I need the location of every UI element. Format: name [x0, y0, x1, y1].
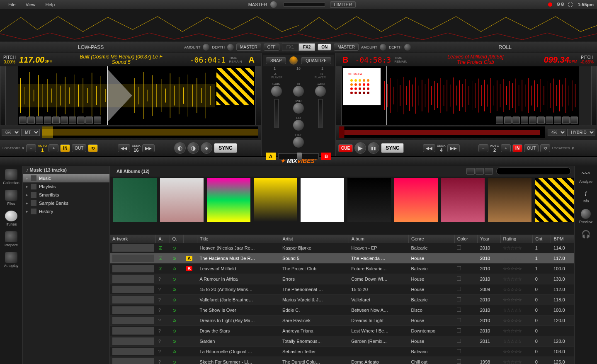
deck-b-loop-in-button[interactable]: IN [512, 144, 522, 152]
deck-b-minus-button[interactable]: − [478, 144, 488, 152]
deck-b-tool-7[interactable] [546, 116, 553, 124]
rail-info[interactable]: iInfo [582, 189, 589, 203]
track-row[interactable]: ?☺15 to 20 (Anthony Mans…The Phenomenal … [110, 284, 574, 295]
rating-cell[interactable]: ☆☆☆☆☆ [500, 243, 533, 253]
color-cell[interactable] [454, 295, 477, 305]
track-row[interactable]: ?☺La Ritournelle (Original …Sebastien Te… [110, 347, 574, 357]
deck-a-pitch-range[interactable]: 6% [2, 129, 20, 136]
fx1-effect-name[interactable]: LOW-PASS [0, 44, 182, 50]
tree-item-history[interactable]: ▸History [23, 207, 109, 216]
gain-b-knob[interactable] [315, 86, 326, 97]
album-cover-8[interactable] [488, 178, 531, 222]
album-cover-0[interactable] [113, 178, 157, 222]
rating-cell[interactable]: ☆☆☆☆☆ [500, 284, 533, 295]
deck-b-tool-8[interactable] [554, 116, 561, 124]
rating-cell[interactable]: ☆☆☆☆☆ [500, 295, 533, 305]
deck-a-tool-6[interactable] [61, 116, 68, 124]
rating-cell[interactable]: ☆☆☆☆☆ [500, 315, 533, 326]
album-cover-9[interactable] [535, 178, 574, 222]
rating-cell[interactable]: ☆☆☆☆☆ [500, 305, 533, 315]
tree-item-music[interactable]: ▸Music [23, 174, 109, 182]
rating-cell[interactable]: ☆☆☆☆☆ [500, 274, 533, 284]
deck-a-tool-9[interactable] [85, 116, 93, 124]
deck-b-loop-toggle[interactable]: ⟲ [540, 144, 550, 152]
column-header-color[interactable]: Color [454, 235, 477, 243]
track-row[interactable]: ?☺A Rumour In AfricaErrorsCome Down Wi…H… [110, 274, 574, 284]
deck-b-tool-9[interactable] [562, 116, 570, 124]
deck-b-pitch-slider-right[interactable] [591, 66, 597, 125]
column-header-cnt[interactable]: Cnt [533, 235, 551, 243]
rating-cell[interactable]: ☆☆☆☆☆ [500, 264, 533, 274]
fx1-off-button[interactable]: OFF [264, 44, 279, 51]
deck-b-waveform[interactable] [382, 66, 579, 125]
color-cell[interactable] [454, 357, 477, 364]
track-row[interactable]: ?☺Vallefaret (Jarle Braathe…Marius Vårei… [110, 295, 574, 305]
rating-cell[interactable]: ☆☆☆☆☆ [500, 326, 533, 336]
deck-b-tool-2[interactable] [504, 116, 512, 124]
rating-cell[interactable]: ☆☆☆☆☆ [500, 336, 533, 347]
limiter-button[interactable]: LIMITER [330, 1, 355, 8]
album-cover-5[interactable] [347, 178, 391, 222]
deck-a-loop-in-button[interactable]: IN [60, 144, 70, 152]
cue-a-button[interactable]: A [266, 153, 276, 160]
deck-a-seek-back-button[interactable]: ◀◀ [118, 144, 130, 152]
global-waveform-overview[interactable] [0, 9, 597, 41]
deck-a-plus-button[interactable]: + [49, 144, 58, 152]
locator-down-icon[interactable]: ▾ [572, 146, 574, 151]
deck-a-pitch-slider-right[interactable] [255, 66, 261, 125]
track-row[interactable]: ?☺Draw the StarsAndreya TrianaLost Where… [110, 326, 574, 336]
rating-cell[interactable]: ☆☆☆☆☆ [500, 347, 533, 357]
deck-b-loop-out-button[interactable]: OUT [524, 144, 539, 152]
deck-a-loop-toggle[interactable]: ⟲ [88, 144, 98, 152]
column-header-year[interactable]: Year [478, 235, 500, 243]
color-cell[interactable] [454, 284, 477, 295]
rail-itunes[interactable]: iTunes [5, 211, 17, 226]
gain-a-knob[interactable] [271, 86, 282, 97]
deck-a-mode[interactable]: MT [21, 129, 40, 136]
color-cell[interactable] [454, 274, 477, 284]
jog-dial[interactable] [289, 56, 298, 65]
deck-b-tool-10[interactable] [570, 116, 578, 124]
deck-a-tool-4[interactable] [44, 116, 51, 124]
deck-b-overview-waveform[interactable] [339, 126, 545, 138]
deck-b-tool-1[interactable] [496, 116, 503, 124]
color-cell[interactable] [454, 315, 477, 326]
fx2-on-button[interactable]: ON [318, 44, 331, 51]
deck-b-pitch-slider-left[interactable] [336, 66, 342, 125]
deck-b-seek-fwd-button[interactable]: ▶▶ [447, 144, 460, 152]
deck-a-overview-waveform[interactable] [42, 126, 258, 138]
track-row[interactable]: ?☺Sketch For Summer - Li…The Durutti Col… [110, 357, 574, 364]
column-header-q[interactable]: Q. [170, 235, 183, 243]
track-row[interactable]: ?☺The Show Is OverEddie C.Between Now A…… [110, 305, 574, 315]
fx2-tab[interactable]: FX2 [298, 43, 315, 51]
column-header-artist[interactable]: Artist [280, 235, 349, 243]
deck-a-loop-out-button[interactable]: OUT [72, 144, 86, 152]
rail-analyze[interactable]: 〰Analyze [579, 169, 592, 184]
tree-item-smartlists[interactable]: ▸Smartlists [23, 191, 109, 199]
deck-a-sync-button[interactable]: SYNC [214, 143, 237, 153]
column-header-deck[interactable] [183, 235, 197, 243]
deck-a-tool-7[interactable] [69, 116, 76, 124]
deck-b-pitch-range[interactable]: 4% [548, 129, 566, 136]
tree-item-playlists[interactable]: ▸Playlists [23, 182, 109, 191]
deck-a-tool-2[interactable] [27, 116, 35, 124]
album-cover-7[interactable] [441, 178, 485, 222]
deck-a-tool-10[interactable] [94, 116, 101, 124]
fx1-tab[interactable]: FX1 [282, 43, 298, 51]
hi-knob[interactable] [293, 86, 304, 97]
menu-help[interactable]: Help [40, 2, 60, 7]
deck-a-tool-1[interactable] [19, 116, 27, 124]
deck-a-fx-button-1[interactable]: ◐ [174, 142, 186, 154]
volume-fader-a[interactable] [274, 99, 279, 128]
master-volume-knob[interactable] [270, 1, 277, 8]
column-header-genre[interactable]: Genre [408, 235, 454, 243]
rail-files[interactable]: Files [5, 190, 17, 206]
column-header-rating[interactable]: Rating [500, 235, 533, 243]
settings-icon[interactable]: ⚙⚙ [556, 2, 565, 7]
deck-b-mode[interactable]: HYBRID [567, 129, 595, 136]
album-covers-row[interactable] [110, 177, 574, 235]
menu-view[interactable]: View [21, 2, 41, 7]
rating-cell[interactable]: ☆☆☆☆☆ [500, 357, 533, 364]
fx1-master-button[interactable]: MASTER [236, 44, 261, 51]
deck-a-tool-3[interactable] [36, 116, 43, 124]
